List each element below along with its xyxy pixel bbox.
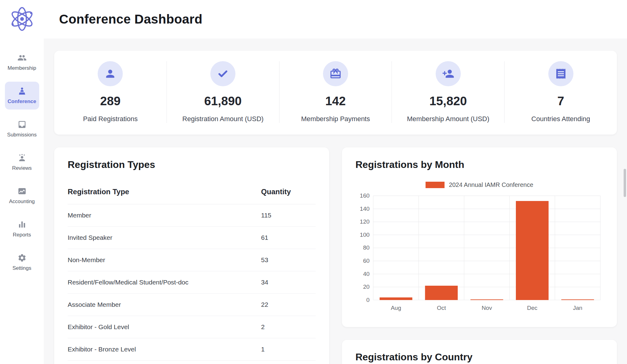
gear-icon (17, 253, 27, 262)
sidebar-item-membership[interactable]: Membership (5, 48, 39, 76)
registrations-by-country-title: Registrations by Country (355, 351, 603, 363)
header: Conference Dashboard (44, 0, 627, 39)
svg-text:Aug: Aug (391, 305, 401, 311)
svg-text:Oct: Oct (437, 305, 446, 311)
sidebar-item-settings[interactable]: Settings (5, 248, 39, 276)
stat-value: 142 (325, 94, 346, 108)
page-title: Conference Dashboard (59, 12, 202, 27)
gift-icon (323, 61, 348, 86)
membership-icon (17, 53, 27, 62)
stat-label: Membership Payments (301, 115, 370, 123)
sidebar-item-conference[interactable]: Conference (5, 82, 39, 110)
registration-type-cell: Exhibitor - Gold Level (68, 316, 261, 338)
user-icon (98, 61, 123, 86)
quantity-cell: 1 (261, 338, 316, 361)
table-row: Exhibitor - Gold Level 2 (68, 316, 316, 338)
chart-image-icon (17, 187, 27, 196)
svg-text:Dec: Dec (527, 305, 537, 311)
stats-card: 289 Paid Registrations 61,890 Registrati… (54, 51, 617, 135)
quantity-cell: 22 (261, 294, 316, 316)
table-row: Associate Member 22 (68, 294, 316, 316)
sidebar-item-label: Accounting (9, 199, 35, 205)
registration-type-cell: Member (68, 204, 261, 227)
stat-membership-payments: 142 Membership Payments (279, 61, 392, 123)
stat-registration-amount: 61,890 Registration Amount (USD) (167, 61, 279, 123)
table-header-row: Registration Type Quantity (68, 183, 316, 204)
sidebar-item-reports[interactable]: Reports (5, 215, 39, 243)
quantity-cell: 2 (261, 316, 316, 338)
svg-text:160: 160 (360, 192, 370, 199)
check-icon (210, 61, 235, 86)
registrations-by-month-title: Registrations by Month (355, 159, 603, 170)
column-header-registration-type: Registration Type (68, 183, 261, 204)
scrollbar-thumb[interactable] (624, 169, 626, 197)
sidebar-nav: Membership Conference Submissions Review… (0, 48, 44, 276)
legend-label: 2024 Annual IAMR Conference (449, 181, 533, 188)
quantity-cell: 1 (261, 361, 316, 364)
svg-text:140: 140 (360, 206, 370, 212)
svg-text:0: 0 (366, 297, 370, 303)
quantity-cell: 53 (261, 249, 316, 271)
registration-type-cell: Exhibitor - Bronze Level (68, 338, 261, 361)
stat-value: 289 (100, 94, 121, 108)
svg-text:80: 80 (363, 244, 370, 251)
stat-label: Membership Amount (USD) (407, 115, 489, 123)
stat-label: Countries Attending (531, 115, 590, 123)
sidebar-item-label: Membership (8, 65, 36, 71)
stat-paid-registrations: 289 Paid Registrations (54, 61, 167, 123)
registration-types-title: Registration Types (68, 159, 316, 170)
registration-type-cell: Resident/Fellow/Medical Student/Post-doc (68, 271, 261, 294)
conference-icon (17, 87, 27, 96)
chart-legend[interactable]: 2024 Annual IAMR Conference (355, 181, 603, 188)
column-header-quantity: Quantity (261, 183, 316, 204)
svg-text:Jan: Jan (573, 305, 582, 311)
table-row: Resident/Fellow/Medical Student/Post-doc… (68, 271, 316, 294)
reviews-icon (17, 153, 27, 162)
stat-membership-amount: 15,820 Membership Amount (USD) (392, 61, 504, 123)
table-row: Non-Member 53 (68, 249, 316, 271)
sidebar-item-label: Settings (13, 265, 31, 271)
sidebar-item-accounting[interactable]: Accounting (5, 182, 39, 210)
svg-text:120: 120 (360, 218, 370, 225)
sidebar-item-submissions[interactable]: Submissions (5, 115, 39, 143)
svg-text:100: 100 (360, 232, 370, 238)
quantity-cell: 34 (261, 271, 316, 294)
content-grid: Registration Types Registration Type Qua… (54, 147, 617, 364)
registrations-by-month-card: Registrations by Month 2024 Annual IAMR … (342, 147, 617, 327)
svg-text:20: 20 (363, 284, 370, 290)
main-area: Conference Dashboard 289 Paid Registrati… (44, 0, 627, 364)
table-row: Member 115 (68, 204, 316, 227)
atom-logo-icon (9, 6, 36, 32)
stat-countries-attending: 7 Countries Attending (504, 61, 617, 123)
registration-types-table: Registration Type Quantity Member 115 (68, 183, 316, 364)
table-body: Member 115 Invited Speaker 61 (68, 204, 316, 364)
quantity-cell: 115 (261, 204, 316, 227)
svg-text:40: 40 (363, 271, 370, 277)
inbox-icon (17, 120, 27, 129)
table-row: Invited Speaker 61 (68, 227, 316, 249)
registration-type-cell: Associate Member (68, 294, 261, 316)
sidebar-item-label: Conference (8, 98, 36, 105)
app-logo[interactable] (9, 6, 36, 32)
registration-type-cell: Invited Speaker (68, 227, 261, 249)
receipt-icon (548, 61, 573, 86)
quantity-cell: 61 (261, 227, 316, 249)
sidebar-item-label: Submissions (7, 132, 36, 138)
sidebar-item-reviews[interactable]: Reviews (5, 148, 39, 176)
table-row: Exhibitor - Silver Level 1 (68, 361, 316, 364)
registration-types-card: Registration Types Registration Type Qua… (54, 147, 329, 364)
registrations-by-country-card: Registrations by Country (342, 340, 617, 364)
registrations-by-month-chart: 020406080100120140160AugOctNovDecJan (355, 191, 603, 315)
stat-value: 7 (557, 94, 564, 108)
svg-text:Nov: Nov (482, 305, 492, 311)
registration-type-cell: Non-Member (68, 249, 261, 271)
stat-label: Paid Registrations (83, 115, 138, 123)
conference-dashboard-app: Membership Conference Submissions Review… (0, 0, 627, 364)
user-plus-icon (436, 61, 461, 86)
registration-type-cell: Exhibitor - Silver Level (68, 361, 261, 364)
stat-value: 15,820 (430, 94, 467, 108)
sidebar-item-label: Reviews (12, 165, 32, 171)
right-column: Registrations by Month 2024 Annual IAMR … (342, 147, 617, 364)
content: 289 Paid Registrations 61,890 Registrati… (44, 39, 627, 364)
sidebar: Membership Conference Submissions Review… (0, 0, 44, 364)
